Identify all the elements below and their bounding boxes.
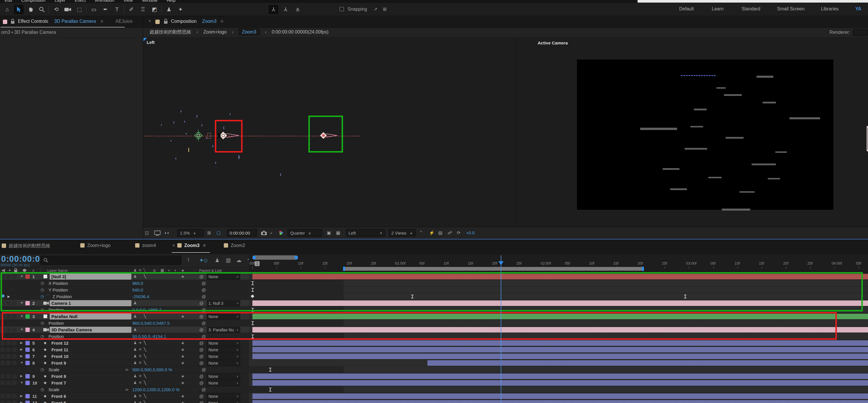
- av-toggle-cell[interactable]: [1, 381, 5, 385]
- timeline-tab-Zoom2[interactable]: Zoom2: [224, 243, 245, 248]
- av-features-switch[interactable]: ♟: [133, 314, 137, 318]
- av-toggle-cell[interactable]: [12, 348, 17, 352]
- stopwatch-icon[interactable]: ◷: [40, 287, 44, 292]
- layer-name[interactable]: Front 9: [50, 360, 131, 366]
- mask-visibility-icon[interactable]: ◖◖: [164, 229, 169, 237]
- layer-name[interactable]: Parallax Null: [50, 313, 131, 319]
- property-value[interactable]: -25036.4: [132, 294, 149, 299]
- property-value[interactable]: 500.0,500.0,500.0 %: [132, 367, 172, 372]
- time-navigator[interactable]: [252, 255, 298, 260]
- menu-layer[interactable]: Layer: [55, 0, 66, 3]
- menu-help[interactable]: Help: [166, 0, 176, 3]
- property-name[interactable]: Scale: [49, 387, 60, 392]
- layer-expand-chevron[interactable]: ▼: [20, 301, 23, 305]
- keyframe-icon[interactable]: [252, 281, 253, 285]
- expression-graph-icon[interactable]: ⌒: [46, 294, 50, 299]
- pickwhip-icon[interactable]: @: [202, 294, 206, 299]
- type-tool-icon[interactable]: T: [112, 5, 122, 14]
- effects-switch[interactable]: ✳: [138, 361, 142, 365]
- property-name[interactable]: X Position: [49, 281, 68, 286]
- effects-switch[interactable]: ✳: [138, 394, 142, 398]
- breadcrumb-item-1[interactable]: Zoom+logo: [203, 29, 227, 34]
- layer-name[interactable]: Front 12: [50, 340, 131, 346]
- keyframe-icon[interactable]: [270, 388, 271, 392]
- av-toggle-cell[interactable]: [12, 314, 17, 319]
- views-count-dropdown[interactable]: 2 Views ▼: [389, 229, 416, 237]
- layer-label-chip[interactable]: [25, 341, 30, 345]
- keyframe-icon[interactable]: [252, 288, 253, 292]
- keyframe-icon[interactable]: [252, 308, 253, 312]
- layer-name[interactable]: Front 11: [50, 347, 131, 353]
- av-toggle-cell[interactable]: [6, 374, 11, 378]
- layer-row[interactable]: ▼3Parallax Null♟╲◈@None∨: [0, 313, 249, 320]
- effects-switch[interactable]: ✳: [138, 347, 142, 352]
- draft-3d-icon[interactable]: ✦◇: [199, 257, 208, 263]
- layer-duration-row[interactable]: [249, 393, 868, 400]
- workspace-libraries[interactable]: Libraries: [821, 6, 839, 11]
- av-toggle-cell[interactable]: [6, 301, 11, 305]
- show-snapshot-icon[interactable]: ◕: [270, 229, 272, 237]
- av-features-switch[interactable]: ♟: [133, 274, 137, 279]
- layer-duration-bar[interactable]: [252, 340, 868, 346]
- property-row[interactable]: ◷Position960.0,540.0,5487.5@: [0, 320, 249, 326]
- region-icon[interactable]: ▣: [327, 229, 331, 237]
- motion-pin-tool-icon[interactable]: ✦: [176, 5, 185, 14]
- tab-close-icon[interactable]: ×: [173, 243, 175, 248]
- layer-duration-bar[interactable]: [252, 274, 868, 279]
- layer-duration-bar[interactable]: [252, 300, 868, 306]
- parent-pickwhip-icon[interactable]: @: [199, 374, 204, 379]
- stopwatch-icon[interactable]: ◷: [40, 334, 44, 339]
- timeline-graph-icon[interactable]: ▤: [438, 229, 442, 237]
- layer-label-chip[interactable]: [25, 314, 30, 319]
- layer-duration-bar[interactable]: [252, 400, 868, 403]
- motion-blur-icon[interactable]: ☁: [236, 257, 241, 263]
- threed-layer-switch[interactable]: ◈: [181, 347, 184, 352]
- property-value[interactable]: 1200.0,1200.0,1200.0 %: [132, 387, 179, 392]
- layer-expand-chevron[interactable]: ▶: [20, 354, 23, 358]
- keyframe-icon[interactable]: [270, 368, 271, 372]
- layer-duration-row[interactable]: [249, 373, 868, 380]
- work-area-bar[interactable]: [344, 267, 643, 271]
- stopwatch-icon[interactable]: ◷: [40, 387, 44, 392]
- pickwhip-icon[interactable]: @: [202, 321, 206, 325]
- keyframe-icon[interactable]: [252, 335, 253, 338]
- parent-dropdown[interactable]: None∨: [207, 313, 240, 319]
- property-name[interactable]: Y Position: [49, 287, 68, 292]
- layer-expand-chevron[interactable]: ▶: [20, 374, 23, 378]
- layer-duration-row[interactable]: [249, 326, 868, 333]
- layer-label-chip[interactable]: [25, 401, 30, 403]
- property-name[interactable]: Z Position: [53, 294, 72, 299]
- pen-tool-icon[interactable]: ✒: [100, 5, 110, 14]
- av-toggle-cell[interactable]: [1, 301, 5, 305]
- layer-duration-bar[interactable]: [427, 360, 868, 366]
- timeline-tab-Zoom+logo[interactable]: Zoom+logo: [80, 243, 111, 248]
- av-toggle-cell[interactable]: [12, 374, 17, 378]
- parent-dropdown[interactable]: None∨: [207, 360, 240, 366]
- quality-switch[interactable]: ╲: [144, 400, 146, 403]
- layer-name[interactable]: Front 7: [50, 380, 131, 386]
- parent-pickwhip-icon[interactable]: @: [199, 380, 204, 385]
- layer-label-chip[interactable]: [25, 381, 30, 385]
- property-row[interactable]: ◷Position0.0,0.0,-1866.7@: [0, 307, 249, 313]
- layer-duration-row[interactable]: [249, 353, 868, 360]
- stopwatch-icon[interactable]: ◷: [40, 294, 44, 299]
- frame-blending-icon[interactable]: ▥: [226, 257, 231, 263]
- hand-tool-icon[interactable]: [26, 5, 36, 14]
- av-toggle-cell[interactable]: [12, 381, 17, 385]
- lock-icon[interactable]: [163, 19, 168, 24]
- stopwatch-icon[interactable]: ◷: [40, 367, 44, 372]
- snap-along-edges-icon[interactable]: ↗: [374, 6, 377, 12]
- property-row[interactable]: ◷X Position960.0@: [0, 280, 249, 287]
- property-row[interactable]: ◷Position50.0,50.0,-8154.1@: [0, 333, 249, 340]
- layer-name[interactable]: [Null 3]: [50, 274, 131, 280]
- lock-icon[interactable]: [10, 19, 15, 24]
- menu-window[interactable]: Window: [142, 0, 157, 3]
- zoom-tool-icon[interactable]: [37, 5, 47, 14]
- parent-pickwhip-icon[interactable]: @: [199, 347, 204, 352]
- composition-tab-close-icon[interactable]: ×: [148, 19, 151, 24]
- axis-local-icon[interactable]: ⅄: [269, 5, 278, 14]
- parent-dropdown[interactable]: 1. Null 3∨: [207, 300, 240, 306]
- timeline-tab-Zoom3[interactable]: ×Zoom3≡: [173, 243, 206, 248]
- snapshot-icon[interactable]: [261, 229, 267, 237]
- tab-aejuice[interactable]: AEJuice: [116, 19, 132, 24]
